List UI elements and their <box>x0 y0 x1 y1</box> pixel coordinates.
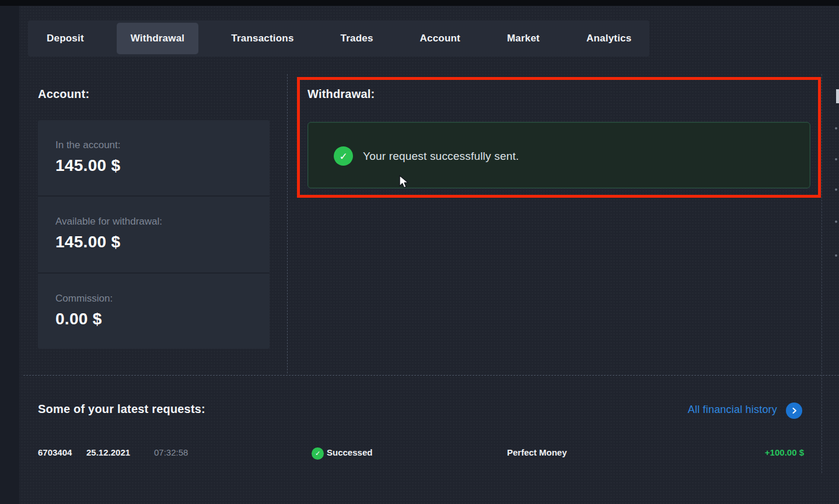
tab-market[interactable]: Market <box>493 23 554 54</box>
clipped-list-bullet <box>835 254 837 257</box>
stat-label: In the account: <box>55 139 270 151</box>
latest-requests-heading: Some of your latest requests: <box>38 402 205 416</box>
page-edge-left <box>0 6 19 504</box>
success-message: Your request successfully sent. <box>363 150 519 163</box>
tab-analytics[interactable]: Analytics <box>572 23 645 54</box>
request-amount: +100.00 $ <box>765 447 804 457</box>
tab-deposit[interactable]: Deposit <box>33 23 98 54</box>
horizontal-section-divider <box>23 375 839 376</box>
stat-in-account: In the account: 145.00 $ <box>38 120 270 195</box>
check-circle-icon: ✓ <box>334 146 353 166</box>
stat-available-withdrawal: Available for withdrawal: 145.00 $ <box>38 197 270 272</box>
clipped-heading-fragment <box>836 89 839 103</box>
cursor-icon <box>398 175 412 190</box>
account-section-heading: Account: <box>38 88 89 101</box>
clipped-list-bullet <box>835 188 837 191</box>
stat-label: Available for withdrawal: <box>55 216 270 228</box>
tab-transactions[interactable]: Transactions <box>217 23 307 54</box>
request-row[interactable]: 6703404 25.12.2021 07:32:58 ✓ Successed … <box>0 445 839 460</box>
clipped-list-bullet <box>835 158 837 160</box>
chevron-right-icon[interactable] <box>786 402 802 419</box>
request-status: Successed <box>327 447 372 457</box>
status-check-icon: ✓ <box>312 447 324 460</box>
withdrawal-section-heading: Withdrawal: <box>307 88 375 101</box>
stat-value: 145.00 $ <box>55 233 270 251</box>
request-date: 25.12.2021 <box>86 447 130 457</box>
tab-account[interactable]: Account <box>406 23 474 54</box>
stat-label: Commission: <box>55 293 270 304</box>
stat-value: 0.00 $ <box>55 310 270 328</box>
request-time: 07:32:58 <box>154 447 188 457</box>
success-alert: ✓ Your request successfully sent. <box>307 122 810 188</box>
vertical-section-divider <box>287 74 288 373</box>
right-section-divider <box>821 74 822 473</box>
tab-withdrawal[interactable]: Withdrawal <box>117 23 199 54</box>
tab-bar: Deposit Withdrawal Transactions Trades A… <box>28 20 649 57</box>
request-id: 6703404 <box>38 447 72 457</box>
clipped-list-bullet <box>835 220 837 223</box>
stat-commission: Commission: 0.00 $ <box>38 274 270 349</box>
withdrawal-page: Deposit Withdrawal Transactions Trades A… <box>0 0 839 504</box>
clipped-list-bullet <box>835 127 837 130</box>
all-financial-history-link[interactable]: All financial history <box>671 404 777 416</box>
account-summary-card: In the account: 145.00 $ Available for w… <box>38 120 270 349</box>
page-edge-top <box>0 0 839 6</box>
stat-value: 145.00 $ <box>55 156 270 175</box>
request-method: Perfect Money <box>507 447 567 457</box>
tab-trades[interactable]: Trades <box>327 23 387 54</box>
